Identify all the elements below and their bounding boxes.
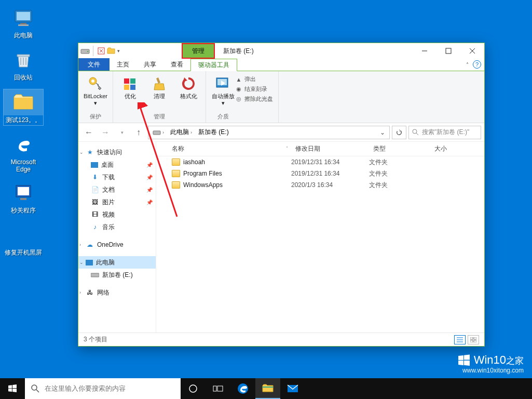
ribbon-group-label: 管理 (154, 112, 165, 122)
nav-thispc[interactable]: ⌄此电脑 (78, 256, 156, 269)
svg-rect-9 (24, 228, 29, 232)
column-name[interactable]: 名称˄ (156, 144, 291, 153)
ribbon-group-label: 保护 (90, 112, 101, 122)
table-row[interactable]: iashoah 2019/12/31 16:34文件夹 (156, 156, 484, 168)
erase-disc-icon: ◎ (235, 96, 242, 103)
tab-file[interactable]: 文件 (78, 58, 110, 71)
titlebar[interactable]: ▾ 管理 新加卷 (E:) (78, 43, 484, 59)
breadcrumb-root[interactable]: › (149, 126, 167, 139)
breadcrumb-item[interactable]: 新加卷 (E:) (195, 126, 232, 139)
nav-videos[interactable]: 🎞视频 (78, 208, 156, 221)
tab-manage[interactable]: 管理 (182, 43, 215, 59)
view-details-button[interactable] (454, 335, 466, 344)
nav-desktop[interactable]: 桌面📌 (78, 158, 156, 171)
desktop-icon-label: 测试123。。 (4, 115, 43, 125)
watermark: Win10之家 www.win10xitong.com (457, 353, 524, 374)
desktop-icon-fixboot[interactable]: 修复开机黑屏 (4, 222, 43, 257)
pin-icon: 📌 (146, 175, 153, 180)
svg-rect-21 (130, 85, 135, 90)
nav-back-button[interactable]: ← (81, 125, 96, 140)
desktop-icon-shutdown[interactable]: 秒关程序 (4, 180, 43, 215)
folder-icon (172, 170, 180, 177)
desktop-icon-folder-test[interactable]: 测试123。。 (4, 89, 43, 125)
svg-rect-30 (470, 340, 473, 342)
nav-network[interactable]: ›🖧网络 (78, 286, 156, 299)
svg-rect-15 (446, 48, 451, 54)
nav-downloads[interactable]: ⬇下载📌 (78, 171, 156, 183)
start-button[interactable] (0, 378, 25, 399)
ribbon-bitlocker-button[interactable]: BitLocker▾ (84, 73, 107, 107)
ribbon-group-label: 介质 (217, 112, 229, 122)
desktop-icon-label: 修复开机黑屏 (4, 248, 43, 257)
table-row[interactable]: Program Files 2019/12/31 16:34文件夹 (156, 168, 484, 179)
svg-rect-31 (474, 340, 476, 342)
desktop-icon-thispc[interactable]: 此电脑 (4, 5, 43, 40)
svg-rect-37 (263, 387, 273, 388)
nav-documents[interactable]: 📄文档📌 (78, 183, 156, 196)
tab-drive-tools[interactable]: 驱动器工具 (190, 59, 237, 71)
nav-volume-e[interactable]: 新加卷 (E:) (78, 269, 156, 281)
window-title: 新加卷 (E:) (215, 47, 262, 56)
ribbon-endburn-button[interactable]: ◉结束刻录 (235, 85, 273, 93)
nav-up-button[interactable]: ↑ (131, 125, 146, 140)
nav-forward-button[interactable]: → (98, 125, 113, 140)
picture-icon: 🖼 (91, 198, 99, 206)
minimize-button[interactable] (413, 43, 436, 59)
taskbar: 在这里输入你要搜索的内容 (0, 378, 532, 399)
drive-icon (80, 47, 90, 55)
tab-home[interactable]: 主页 (110, 58, 137, 71)
tab-share[interactable]: 共享 (137, 58, 163, 71)
taskbar-edge[interactable] (230, 378, 255, 399)
address-dropdown-icon[interactable]: ⌄ (377, 129, 388, 136)
svg-rect-34 (213, 386, 216, 391)
taskbar-explorer[interactable] (255, 378, 280, 399)
qat-properties-icon[interactable] (98, 47, 105, 55)
nav-onedrive[interactable]: ›☁OneDrive (78, 238, 156, 251)
nav-quick-access[interactable]: ⌄★快速访问 (78, 146, 156, 158)
refresh-button[interactable] (392, 126, 406, 139)
status-text: 3 个项目 (84, 335, 107, 344)
svg-rect-7 (20, 198, 26, 200)
column-size[interactable]: 大小 (430, 144, 484, 153)
ribbon-optimize-button[interactable]: 优化 (118, 73, 142, 100)
taskbar-mail[interactable] (280, 378, 305, 399)
task-view-button[interactable] (206, 378, 230, 399)
address-bar-row: ← → ▾ ↑ › 此电脑 › 新加卷 (E:) ⌄ 搜索"新加卷 (E:)" (78, 123, 484, 142)
maximize-button[interactable] (436, 43, 460, 59)
qat-folder-icon[interactable] (107, 47, 115, 55)
breadcrumb-item[interactable]: 此电脑 › (167, 126, 195, 139)
lock-key-icon (86, 74, 105, 93)
desktop-icon-recycle[interactable]: 回收站 (4, 47, 43, 82)
document-icon: 📄 (91, 185, 99, 194)
view-icons-button[interactable] (468, 335, 479, 344)
table-row[interactable]: WindowsApps 2020/1/3 16:34文件夹 (156, 179, 484, 191)
close-button[interactable] (460, 43, 484, 59)
nav-history-button[interactable]: ▾ (115, 125, 129, 140)
nav-music[interactable]: ♪音乐 (78, 221, 156, 233)
svg-rect-3 (18, 24, 29, 26)
help-icon[interactable]: ? (473, 60, 481, 69)
tab-view[interactable]: 查看 (163, 58, 190, 71)
ribbon-format-button[interactable]: 格式化 (176, 73, 200, 100)
cortana-button[interactable] (181, 378, 206, 399)
svg-rect-10 (18, 234, 22, 238)
desktop-icon-edge[interactable]: Microsoft Edge (4, 132, 43, 173)
qat-dropdown-icon[interactable]: ▾ (117, 48, 120, 54)
taskbar-search-placeholder: 在这里输入你要搜索的内容 (45, 384, 126, 393)
taskbar-search[interactable]: 在这里输入你要搜索的内容 (25, 378, 181, 399)
search-input[interactable]: 搜索"新加卷 (E:)" (408, 126, 481, 139)
svg-rect-11 (24, 234, 29, 238)
ribbon-cleanup-button[interactable]: 清理 (147, 73, 171, 100)
svg-rect-8 (18, 228, 22, 232)
ribbon-collapse-icon[interactable]: ˄ (466, 62, 469, 68)
column-date[interactable]: 修改日期 (291, 144, 369, 153)
nav-pictures[interactable]: 🖼图片📌 (78, 196, 156, 208)
folder-icon (172, 181, 180, 189)
breadcrumb[interactable]: › 此电脑 › 新加卷 (E:) ⌄ (148, 126, 390, 139)
ribbon-autorun-button[interactable]: 自动播放▾ (211, 73, 235, 107)
ribbon-erase-button[interactable]: ◎擦除此光盘 (235, 95, 273, 103)
svg-rect-6 (18, 187, 29, 195)
column-type[interactable]: 类型 (369, 144, 430, 153)
ribbon-eject-button[interactable]: ▲弹出 (235, 75, 273, 83)
download-icon: ⬇ (91, 173, 99, 181)
